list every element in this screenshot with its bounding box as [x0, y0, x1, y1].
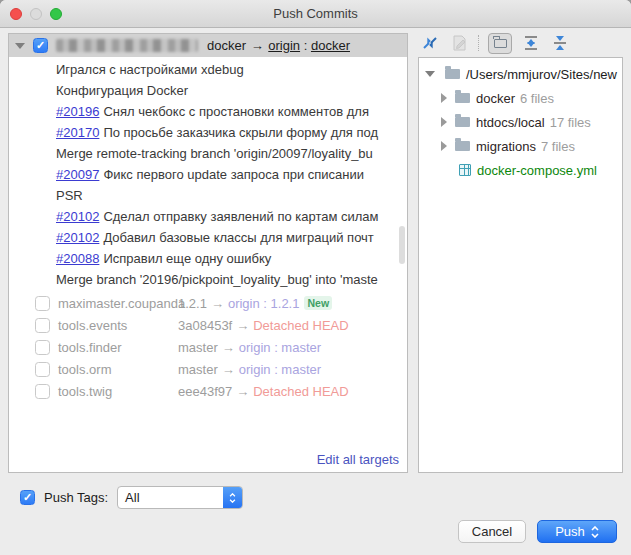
- folder-icon: [455, 141, 470, 151]
- tree-folder-row[interactable]: migrations 7 files: [419, 134, 622, 158]
- collapse-triangle-icon[interactable]: [15, 43, 25, 49]
- arrow-glyph: →: [211, 296, 224, 311]
- toolbar-separator: [478, 35, 479, 51]
- remote-link[interactable]: origin: [268, 38, 300, 53]
- commit-row[interactable]: PSR: [9, 185, 407, 206]
- repo-row[interactable]: tools.twig eee43f97 → Detached HEAD: [9, 380, 407, 402]
- cancel-button[interactable]: Cancel: [458, 520, 526, 543]
- push-target[interactable]: Detached HEAD: [253, 384, 348, 399]
- local-branch: docker: [207, 38, 246, 53]
- file-tree-panel: /Users/mmjurov/Sites/new docker 6 files …: [418, 57, 623, 473]
- issue-link[interactable]: #20088: [56, 251, 99, 266]
- issue-link[interactable]: #20196: [56, 104, 99, 119]
- issue-link[interactable]: #20102: [56, 209, 99, 224]
- collapse-all-icon[interactable]: [550, 33, 570, 53]
- titlebar: Push Commits: [0, 0, 631, 28]
- repo-checkbox[interactable]: [35, 340, 50, 355]
- repo-checkbox[interactable]: ✓: [33, 38, 48, 53]
- close-button[interactable]: [10, 8, 22, 20]
- folder-icon: [445, 69, 460, 79]
- expand-all-icon[interactable]: [521, 33, 541, 53]
- folder-icon: [455, 117, 470, 127]
- commit-row[interactable]: #20088Исправил еще одну ошибку: [9, 248, 407, 269]
- arrow-glyph: →: [250, 38, 265, 53]
- file-name: docker-compose.yml: [477, 163, 597, 178]
- commit-list-panel: ✓ docker → origin : docker Игрался с нас…: [8, 33, 408, 473]
- push-tags-row: ✓ Push Tags: All: [20, 486, 243, 509]
- issue-link[interactable]: #20102: [56, 230, 99, 245]
- yaml-file-icon: [459, 164, 471, 176]
- expand-triangle-icon[interactable]: [441, 141, 447, 151]
- folder-name: docker: [476, 91, 515, 106]
- push-target[interactable]: origin : master: [239, 340, 321, 355]
- new-badge: New: [304, 296, 332, 310]
- file-count: 6 files: [520, 91, 554, 106]
- commit-row[interactable]: Merge remote-tracking branch 'origin/200…: [9, 143, 407, 164]
- tree-folder-row[interactable]: htdocs/local 17 files: [419, 110, 622, 134]
- collapse-triangle-icon[interactable]: [425, 71, 435, 77]
- push-dropdown-chevron-icon: [591, 526, 599, 538]
- repo-row[interactable]: maximaster.coupanda 1.2.1 → origin : 1.2…: [9, 292, 407, 314]
- commit-row[interactable]: Конфигурация Docker: [9, 80, 407, 101]
- push-target[interactable]: origin : master: [239, 362, 321, 377]
- scrollbar-thumb[interactable]: [399, 226, 405, 264]
- commit-row[interactable]: #20102Сделал отправку заявлений по карта…: [9, 206, 407, 227]
- repo-checkbox[interactable]: [35, 362, 50, 377]
- push-target[interactable]: Detached HEAD: [253, 318, 348, 333]
- push-tags-label: Push Tags:: [44, 490, 108, 505]
- commit-list: Игрался с настройками xdebug Конфигураци…: [9, 57, 407, 290]
- edit-all-targets-link[interactable]: Edit all targets: [317, 452, 399, 467]
- expand-triangle-icon[interactable]: [441, 93, 447, 103]
- dialog-buttons: Cancel Push: [458, 520, 617, 543]
- tree-folder-row[interactable]: docker 6 files: [419, 86, 622, 110]
- repo-checkbox[interactable]: [35, 384, 50, 399]
- push-tags-select[interactable]: All: [117, 486, 243, 509]
- folder-name: migrations: [476, 139, 536, 154]
- commit-row[interactable]: #20102Добавил базовые классы для миграци…: [9, 227, 407, 248]
- repo-row[interactable]: tools.finder master → origin : master: [9, 336, 407, 358]
- repo-name-redacted: [56, 39, 198, 52]
- remote-branch-link[interactable]: docker: [311, 38, 350, 53]
- arrow-glyph: →: [222, 340, 235, 355]
- repo-header-row[interactable]: ✓ docker → origin : docker: [9, 34, 407, 57]
- tree-file-row[interactable]: docker-compose.yml: [419, 158, 622, 182]
- arrow-glyph: →: [222, 362, 235, 377]
- commit-row[interactable]: Merge branch '20196/pickpoint_loyality_b…: [9, 269, 407, 290]
- separator: :: [304, 38, 308, 53]
- show-diff-icon[interactable]: [420, 33, 440, 53]
- push-target[interactable]: origin : 1.2.1: [228, 296, 300, 311]
- push-button[interactable]: Push: [537, 520, 617, 543]
- repo-checkbox[interactable]: [35, 318, 50, 333]
- minimize-button[interactable]: [30, 8, 42, 20]
- repo-row[interactable]: tools.events 3a08453f → Detached HEAD: [9, 314, 407, 336]
- window-title: Push Commits: [0, 0, 631, 27]
- commit-row[interactable]: #20097Фикс первого update запроса при сп…: [9, 164, 407, 185]
- select-stepper-icon: [223, 486, 242, 509]
- issue-link[interactable]: #20097: [56, 167, 99, 182]
- zoom-button[interactable]: [50, 8, 62, 20]
- repo-checkbox[interactable]: [35, 296, 50, 311]
- commit-row[interactable]: #20170По просьбе заказчика скрыли форму …: [9, 122, 407, 143]
- repo-list: maximaster.coupanda 1.2.1 → origin : 1.2…: [9, 290, 407, 402]
- file-count: 7 files: [541, 139, 575, 154]
- commit-row[interactable]: #20196Снял чекбокс с простановки коммент…: [9, 101, 407, 122]
- push-tags-selected-value: All: [118, 490, 223, 505]
- folder-name: htdocs/local: [476, 115, 545, 130]
- root-path: /Users/mmjurov/Sites/new: [466, 67, 617, 82]
- file-count: 17 files: [550, 115, 591, 130]
- issue-link[interactable]: #20170: [56, 125, 99, 140]
- push-tags-checkbox[interactable]: ✓: [20, 490, 35, 505]
- edit-source-icon: [449, 33, 469, 53]
- repo-row[interactable]: tools.orm master → origin : master: [9, 358, 407, 380]
- file-tree-toolbar: [420, 31, 570, 55]
- expand-triangle-icon[interactable]: [441, 117, 447, 127]
- group-by-directory-icon[interactable]: [488, 33, 512, 54]
- arrow-glyph: →: [236, 384, 249, 399]
- branch-info: docker → origin : docker: [207, 38, 350, 53]
- arrow-glyph: →: [236, 318, 249, 333]
- folder-icon: [455, 93, 470, 103]
- tree-root-row[interactable]: /Users/mmjurov/Sites/new: [419, 62, 622, 86]
- push-commits-dialog: Push Commits ✓ docker → origin : docker …: [0, 0, 631, 555]
- commit-row[interactable]: Игрался с настройками xdebug: [9, 59, 407, 80]
